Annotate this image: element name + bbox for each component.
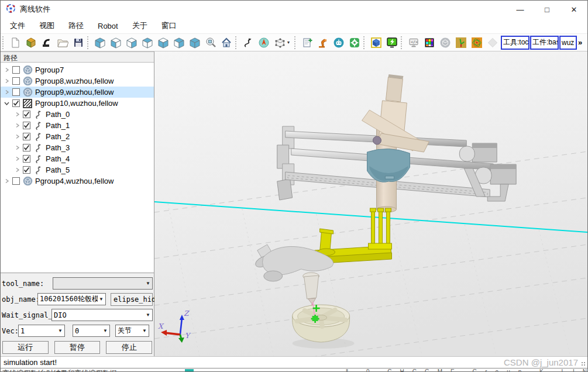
tool-chip-1[interactable]: 工件:bas xyxy=(530,36,559,50)
viewport-3d[interactable]: Z X Y xyxy=(154,51,587,356)
expand-chevron-icon[interactable] xyxy=(12,112,22,117)
vec-select-3[interactable]: 关节 ▼ xyxy=(115,325,149,337)
tree-item[interactable]: Pgroup4,wuzhou,fellow xyxy=(1,175,154,187)
wait-signal-select[interactable]: DIO ▼ xyxy=(51,309,153,321)
vec-select-2[interactable]: 0 ▼ xyxy=(73,325,110,337)
tree-item-label: Pgroup8,wuzhou,fellow xyxy=(35,77,114,85)
navigate-orbit-icon[interactable] xyxy=(256,35,271,50)
cube-disabled-icon[interactable] xyxy=(437,35,453,50)
tree-item-checkbox[interactable] xyxy=(23,111,30,118)
maximize-button[interactable]: □ xyxy=(534,1,561,18)
tree-item-checkbox[interactable] xyxy=(12,77,20,85)
vec-value-2: 0 xyxy=(75,327,79,335)
tool-name-select[interactable]: ▼ xyxy=(53,277,153,290)
expand-chevron-icon[interactable] xyxy=(12,145,22,150)
expand-chevron-icon[interactable] xyxy=(2,78,12,84)
import-model-icon[interactable] xyxy=(39,35,54,50)
close-button[interactable]: ✕ xyxy=(561,1,587,18)
hatch-icon xyxy=(22,98,33,108)
expand-chevron-icon[interactable] xyxy=(12,123,22,128)
tree-item-checkbox[interactable] xyxy=(12,88,20,96)
open-folder-icon[interactable] xyxy=(54,35,70,50)
path-icon xyxy=(33,165,43,175)
tree-item-checkbox[interactable] xyxy=(12,99,20,107)
saddle-slot xyxy=(385,176,394,179)
menu-item-4[interactable]: 关于 xyxy=(125,18,154,33)
save-icon[interactable] xyxy=(70,35,86,50)
minimize-button[interactable]: — xyxy=(507,1,534,18)
spline-path-icon[interactable] xyxy=(240,35,256,50)
vertex-cube-dropdown-icon[interactable]: ▾ xyxy=(287,40,293,45)
zoom-fit-icon[interactable] xyxy=(202,35,218,50)
robot-arm-icon[interactable] xyxy=(315,35,331,50)
path-icon xyxy=(33,154,43,164)
view-cube-solid-icon[interactable] xyxy=(187,35,202,50)
diamond-disabled-icon[interactable] xyxy=(484,35,500,50)
tree-item[interactable]: Path_2 xyxy=(1,131,154,142)
screen-run-icon[interactable] xyxy=(384,35,400,50)
expand-chevron-icon[interactable] xyxy=(2,89,12,95)
add-program-doc-icon[interactable] xyxy=(299,35,315,50)
tree-item-checkbox[interactable] xyxy=(12,177,20,185)
stop-button[interactable]: 停止 xyxy=(106,341,152,354)
scene-3d[interactable]: Z X Y xyxy=(154,51,587,356)
expand-chevron-icon[interactable] xyxy=(12,156,22,161)
tree-item-checkbox[interactable] xyxy=(23,155,30,163)
screen-code-icon[interactable]: </> xyxy=(405,35,421,50)
color-palette-icon[interactable] xyxy=(421,35,437,50)
expand-chevron-icon[interactable] xyxy=(12,167,22,173)
view-cube-iso-icon[interactable] xyxy=(92,35,108,50)
tool-gear-icon[interactable] xyxy=(346,35,362,50)
tree-item-checkbox[interactable] xyxy=(23,144,30,151)
bounding-cube-icon[interactable] xyxy=(368,35,384,50)
tree-item-checkbox[interactable] xyxy=(23,133,30,140)
resize-grip[interactable] xyxy=(582,362,586,367)
menu-item-2[interactable]: 路径 xyxy=(61,18,91,33)
svg-text:</>: </> xyxy=(411,40,418,44)
tool-chip-2[interactable]: wuz xyxy=(559,36,577,50)
view-cube-front-icon[interactable] xyxy=(108,35,123,50)
menu-item-5[interactable]: 窗口 xyxy=(154,18,184,33)
expand-chevron-icon[interactable] xyxy=(2,67,12,73)
model-package-icon[interactable] xyxy=(23,35,39,50)
viewport-background xyxy=(154,51,587,356)
path-panel-header: 路径 xyxy=(1,51,154,63)
run-button[interactable]: 运行 xyxy=(2,341,49,354)
home-view-icon[interactable] xyxy=(218,35,234,50)
axes-frame-icon[interactable] xyxy=(453,35,469,50)
view-cube-top-icon[interactable] xyxy=(171,35,187,50)
tree-item[interactable]: Pgroup9,wuzhou,fellow xyxy=(1,87,154,98)
view-cube-back-icon[interactable] xyxy=(123,35,139,50)
tree-item[interactable]: Pgroup10,wuzhou,fellow xyxy=(1,98,154,109)
tree-item-checkbox[interactable] xyxy=(23,122,30,129)
view-cube-right-icon[interactable] xyxy=(155,35,171,50)
tree-item[interactable]: Path_1 xyxy=(1,120,154,131)
toolbar-overflow-chevron[interactable]: » xyxy=(578,38,582,47)
tree-item-checkbox[interactable] xyxy=(23,166,30,174)
robot-avatar-icon[interactable] xyxy=(331,35,346,50)
dropdown-arrow-icon: ▼ xyxy=(145,281,150,286)
obj-name-select[interactable]: 106201560轮毂模型 ▼ xyxy=(37,293,106,305)
menu-item-1[interactable]: 视图 xyxy=(32,18,61,33)
menu-item-3[interactable]: Robot xyxy=(91,19,125,33)
tree-item[interactable]: Path_0 xyxy=(1,109,154,120)
vertex-cube-icon[interactable] xyxy=(271,35,287,50)
tree-item[interactable]: Pgroup8,wuzhou,fellow xyxy=(1,75,154,87)
tree-item[interactable]: Path_3 xyxy=(1,142,154,153)
elipse-hide-button[interactable]: elipse_hide xyxy=(111,293,153,306)
expand-chevron-icon[interactable] xyxy=(2,178,12,184)
vec-select-1[interactable]: 1 ▼ xyxy=(18,325,65,337)
new-file-icon[interactable] xyxy=(7,35,23,50)
tree-item[interactable]: Path_4 xyxy=(1,153,154,164)
menu-item-0[interactable]: 文件 xyxy=(3,18,32,33)
tree-item[interactable]: Path_5 xyxy=(1,164,154,175)
expand-chevron-icon[interactable] xyxy=(12,134,22,139)
tree-item[interactable]: Pgroup7 xyxy=(1,64,154,75)
view-cube-left-icon[interactable] xyxy=(139,35,155,50)
tree-item-checkbox[interactable] xyxy=(12,66,20,74)
path-icon xyxy=(33,120,43,130)
orbit-rings-icon[interactable] xyxy=(469,35,484,50)
tool-chip-0[interactable]: 工具:toc xyxy=(501,36,529,50)
collapse-chevron-icon[interactable] xyxy=(2,101,12,106)
pause-button[interactable]: 暂停 xyxy=(54,341,101,354)
